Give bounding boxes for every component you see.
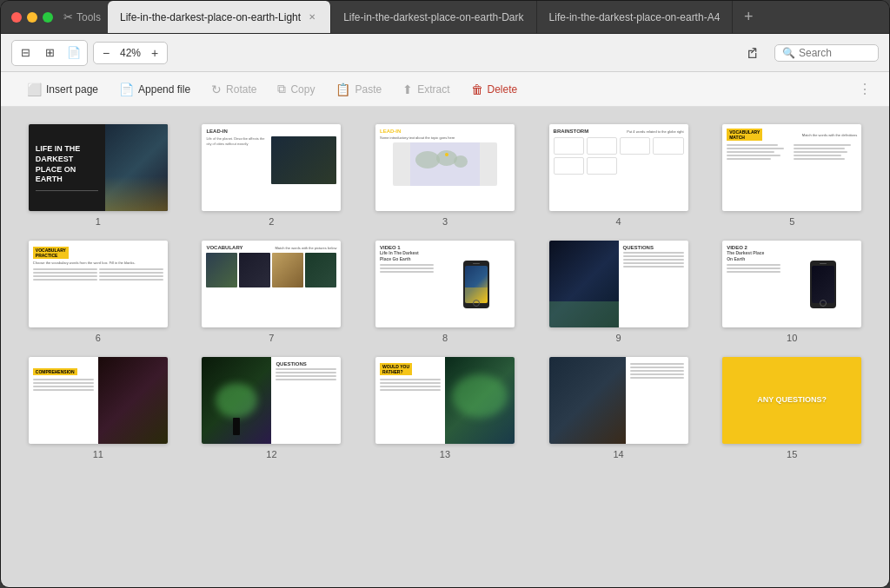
rotate-label: Rotate	[226, 83, 256, 96]
insert-page-label: Insert page	[46, 83, 98, 96]
svg-point-3	[454, 155, 468, 168]
page-item-10[interactable]: VIDEO 2 The Darkest PlaceOn Earth	[712, 241, 872, 343]
delete-label: Delete	[488, 83, 518, 96]
paste-label: Paste	[355, 83, 382, 96]
page-item-4[interactable]: BRAINSTORM Put 4 words related to the gl…	[539, 124, 699, 227]
tab-a4-label: Life-in-the-darkest-place-on-earth-A4	[549, 11, 721, 23]
tab-a4[interactable]: Life-in-the-darkest-place-on-earth-A4	[537, 1, 734, 33]
page-thumb-10: VIDEO 2 The Darkest PlaceOn Earth	[722, 241, 861, 327]
page-item-3[interactable]: LEAD-IN Some introductory text about the…	[365, 124, 525, 227]
page-thumb-3: LEAD-IN Some introductory text about the…	[375, 124, 515, 211]
more-options-button[interactable]: ⋮	[858, 81, 872, 97]
tabs-area: Life-in-the-darkest-place-on-earth-Light…	[108, 1, 879, 33]
copy-button[interactable]: ⧉ Copy	[269, 78, 323, 100]
page-num-5: 5	[789, 216, 794, 227]
page-thumb-2: LEAD-IN Life of the planet. Describe aff…	[202, 124, 341, 211]
tab-dark[interactable]: Life-in-the-darkest-place-on-earth-Dark	[331, 1, 536, 33]
grid-view-button[interactable]: ⊞	[38, 43, 61, 63]
copy-icon: ⧉	[277, 82, 286, 96]
svg-point-2	[436, 150, 457, 166]
page-item-2[interactable]: LEAD-IN Life of the planet. Describe aff…	[192, 124, 352, 227]
page-item-11[interactable]: COMPREHENSION 11	[18, 357, 178, 459]
append-file-button[interactable]: 📄 Append file	[110, 79, 199, 100]
page-item-8[interactable]: VIDEO 1 Life In The DarkestPlace Go Eart…	[365, 241, 525, 343]
search-icon: 🔍	[782, 47, 795, 59]
tab-light-label: Life-in-the-darkest-place-on-earth-Light	[120, 11, 301, 23]
page-item-6[interactable]: VOCABULARYPRACTICE Choose the vocabulary…	[18, 241, 178, 343]
add-tab-button[interactable]: +	[736, 5, 760, 30]
page-thumb-15: ANY QUESTIONS?	[722, 357, 861, 444]
append-file-label: Append file	[138, 83, 190, 96]
page-thumb-6: VOCABULARYPRACTICE Choose the vocabulary…	[29, 241, 168, 327]
minimize-button[interactable]	[27, 12, 37, 23]
page-num-10: 10	[787, 333, 797, 343]
extract-label: Extract	[417, 83, 449, 96]
delete-icon: 🗑	[471, 83, 483, 96]
toolbar: ⊟ ⊞ 📄 − 42% + 🔍	[1, 34, 889, 72]
share-button[interactable]	[738, 43, 769, 63]
page-thumb-12: QUESTIONS	[202, 357, 341, 444]
rotate-button[interactable]: ↻ Rotate	[203, 79, 265, 100]
page-item-15[interactable]: ANY QUESTIONS? 15	[712, 357, 872, 459]
page-num-12: 12	[266, 449, 276, 459]
list-view-button[interactable]: 📄	[63, 43, 85, 63]
page-thumb-4: BRAINSTORM Put 4 words related to the gl…	[549, 124, 688, 211]
tab-light-close[interactable]: ✕	[306, 11, 318, 23]
view-toggle: ⊟ ⊞ 📄	[11, 40, 88, 66]
page-num-15: 15	[787, 449, 797, 459]
page-num-14: 14	[613, 449, 623, 459]
page-item-12[interactable]: QUESTIONS 12	[192, 357, 352, 459]
page-thumb-1: LIFE IN THEDARKESTPLACE ONEARTH	[29, 124, 168, 211]
page-num-7: 7	[269, 333, 274, 343]
svg-point-4	[445, 153, 448, 156]
pages-grid: LIFE IN THEDARKESTPLACE ONEARTH 1 LEAD-I…	[18, 124, 872, 459]
zoom-button[interactable]	[43, 12, 53, 23]
page-num-11: 11	[93, 449, 103, 459]
page-num-1: 1	[96, 216, 101, 227]
page-item-5[interactable]: VOCABULARYMATCH Match the words with the…	[712, 124, 872, 227]
append-file-icon: 📄	[119, 83, 134, 96]
window: ✂ Tools Life-in-the-darkest-place-on-ear…	[0, 0, 890, 588]
page-num-13: 13	[440, 449, 450, 459]
search-input[interactable]	[799, 47, 868, 59]
page-num-4: 4	[616, 216, 621, 227]
copy-label: Copy	[290, 83, 315, 96]
action-toolbar: ⬜ Insert page 📄 Append file ↻ Rotate ⧉ C…	[1, 72, 889, 107]
insert-page-icon: ⬜	[27, 83, 42, 96]
rotate-icon: ↻	[211, 83, 222, 96]
page-thumb-8: VIDEO 1 Life In The DarkestPlace Go Eart…	[375, 241, 515, 327]
main-content: LIFE IN THEDARKESTPLACE ONEARTH 1 LEAD-I…	[1, 107, 889, 587]
page-thumb-14	[549, 357, 688, 444]
page-num-2: 2	[269, 216, 274, 227]
paste-button[interactable]: 📋 Paste	[327, 79, 390, 100]
svg-point-1	[415, 151, 440, 168]
tab-dark-label: Life-in-the-darkest-place-on-earth-Dark	[343, 11, 523, 23]
page-thumb-5: VOCABULARYMATCH Match the words with the…	[722, 124, 861, 211]
page-num-6: 6	[96, 333, 101, 343]
extract-button[interactable]: ⬆ Extract	[394, 79, 458, 100]
close-button[interactable]	[11, 12, 22, 23]
page-item-13[interactable]: WOULD YOURATHER? 13	[365, 357, 525, 459]
tools-menu[interactable]: ✂ Tools	[63, 10, 101, 23]
page-num-9: 9	[616, 333, 621, 343]
tab-light[interactable]: Life-in-the-darkest-place-on-earth-Light…	[108, 1, 331, 33]
zoom-control: − 42% +	[93, 42, 168, 64]
insert-page-button[interactable]: ⬜ Insert page	[18, 79, 107, 100]
traffic-lights	[11, 12, 53, 23]
page-thumb-7: VOCABULARY Match the words with the pict…	[202, 241, 341, 327]
delete-button[interactable]: 🗑 Delete	[462, 79, 527, 100]
page-thumb-13: WOULD YOURATHER?	[375, 357, 515, 444]
sidebar-view-button[interactable]: ⊟	[14, 43, 37, 63]
share-icon	[747, 46, 760, 60]
zoom-plus-button[interactable]: +	[146, 44, 163, 62]
extract-icon: ⬆	[402, 83, 413, 96]
zoom-value: 42%	[116, 47, 144, 59]
page-item-14[interactable]: 14	[539, 357, 699, 459]
search-box[interactable]: 🔍	[774, 44, 879, 62]
paste-icon: 📋	[335, 83, 350, 96]
page-num-8: 8	[442, 333, 448, 343]
zoom-minus-button[interactable]: −	[97, 44, 115, 62]
page-item-9[interactable]: QUESTIONS 9	[539, 241, 699, 343]
page-item-1[interactable]: LIFE IN THEDARKESTPLACE ONEARTH 1	[18, 124, 178, 227]
page-item-7[interactable]: VOCABULARY Match the words with the pict…	[192, 241, 352, 343]
